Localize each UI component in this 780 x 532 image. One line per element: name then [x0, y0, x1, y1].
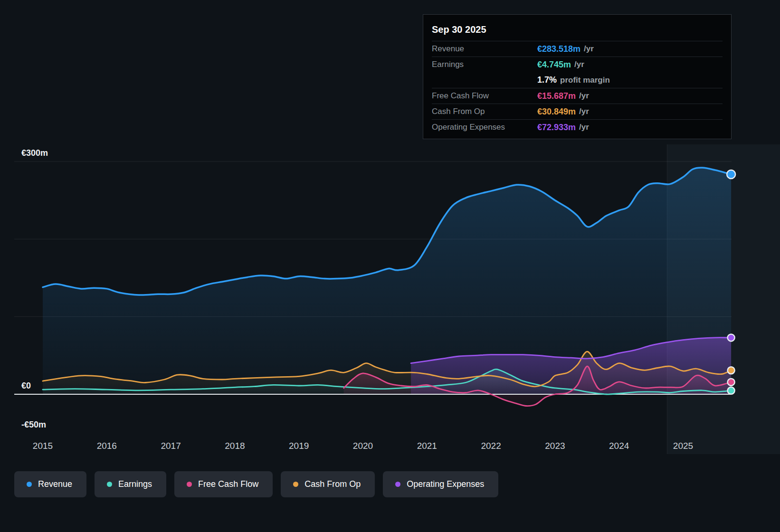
tooltip-row-cashop: Cash From Op €30.849m/yr: [432, 104, 723, 119]
legend-item-revenue[interactable]: Revenue: [14, 471, 86, 497]
tooltip-suffix: /yr: [574, 60, 584, 69]
x-axis-label: 2019: [279, 441, 319, 451]
x-axis-label: 2016: [87, 441, 127, 451]
tooltip-row-opex: Operating Expenses €72.933m/yr: [432, 119, 723, 135]
tooltip-value-revenue: €283.518m: [537, 44, 580, 54]
x-axis-label: 2023: [535, 441, 575, 451]
cash-from-op-dot-icon: [293, 482, 298, 487]
legend-label-revenue: Revenue: [38, 479, 72, 489]
x-axis-label: 2025: [663, 441, 703, 451]
end-marker-opex: [728, 334, 735, 341]
y-axis-label: €0: [21, 381, 31, 391]
profit-margin-label: profit margin: [560, 76, 610, 85]
tooltip-row-earnings: Earnings €4.745m/yr: [432, 57, 723, 72]
profit-margin-value: 1.7%: [537, 75, 557, 85]
legend-item-operating-expenses[interactable]: Operating Expenses: [383, 471, 498, 497]
tooltip-suffix: /yr: [584, 44, 594, 54]
y-axis-label: -€50m: [21, 420, 46, 430]
x-axis-label: 2024: [599, 441, 639, 451]
tooltip-panel: Sep 30 2025 Revenue €283.518m/yr Earning…: [423, 14, 732, 139]
tooltip-row-revenue: Revenue €283.518m/yr: [432, 41, 723, 57]
tooltip-value-cashop: €30.849m: [537, 107, 576, 117]
x-axis-label: 2021: [407, 441, 447, 451]
tooltip-row-fcf: Free Cash Flow €15.687m/yr: [432, 88, 723, 104]
x-axis-label: 2015: [23, 441, 63, 451]
end-marker-revenue: [727, 170, 735, 179]
earnings-dot-icon: [107, 482, 112, 487]
x-axis-label: 2022: [471, 441, 511, 451]
tooltip-suffix: /yr: [579, 107, 589, 116]
legend-label-free-cash-flow: Free Cash Flow: [198, 479, 258, 489]
financials-line-chart[interactable]: [0, 142, 780, 456]
free-cash-flow-dot-icon: [187, 482, 192, 487]
revenue-dot-icon: [27, 482, 32, 487]
x-axis-label: 2018: [215, 441, 255, 451]
legend-item-free-cash-flow[interactable]: Free Cash Flow: [174, 471, 273, 497]
tooltip-value-earnings: €4.745m: [537, 60, 571, 70]
tooltip-label-earnings: Earnings: [432, 60, 537, 69]
legend-label-earnings: Earnings: [118, 479, 152, 489]
y-axis-label: €300m: [21, 148, 48, 158]
tooltip-label-revenue: Revenue: [432, 44, 537, 54]
end-marker-earnings: [728, 387, 735, 394]
stock-financials-chart-page: Sep 30 2025 Revenue €283.518m/yr Earning…: [0, 0, 780, 532]
tooltip-label-fcf: Free Cash Flow: [432, 91, 537, 101]
tooltip-label-opex: Operating Expenses: [432, 123, 537, 132]
end-marker-cashop: [728, 367, 735, 374]
tooltip-suffix: /yr: [579, 123, 589, 132]
chart-area: €300m€0-€50m2015201620172018201920202021…: [0, 142, 780, 466]
x-axis-label: 2020: [343, 441, 383, 451]
x-axis-label: 2017: [151, 441, 191, 451]
operating-expenses-dot-icon: [395, 482, 400, 487]
tooltip-value-opex: €72.933m: [537, 123, 576, 133]
legend-label-cash-from-op: Cash From Op: [304, 479, 361, 489]
tooltip-value-fcf: €15.687m: [537, 91, 576, 101]
tooltip-date: Sep 30 2025: [432, 20, 723, 41]
tooltip-suffix: /yr: [579, 91, 589, 101]
legend-item-cash-from-op[interactable]: Cash From Op: [281, 471, 375, 497]
tooltip-row-profit-margin: 1.7% profit margin: [432, 72, 723, 88]
legend-label-operating-expenses: Operating Expenses: [407, 479, 484, 489]
end-marker-fcf: [728, 379, 735, 386]
legend: Revenue Earnings Free Cash Flow Cash Fro…: [14, 471, 498, 497]
legend-item-earnings[interactable]: Earnings: [95, 471, 166, 497]
tooltip-label-cashop: Cash From Op: [432, 107, 537, 116]
